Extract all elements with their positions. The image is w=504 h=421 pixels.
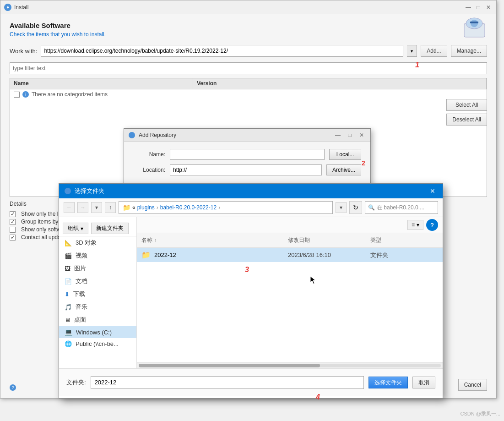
- sidebar-item-network[interactable]: 🌐 Public (\\cn-be...: [59, 338, 136, 350]
- watermark: CSDN @乘凤一...: [460, 410, 500, 417]
- sidebar-item-music[interactable]: 🎵 音乐: [59, 301, 136, 313]
- dropdown-arrow[interactable]: ▾: [407, 45, 417, 57]
- new-folder-button[interactable]: 新建文件夹: [91, 223, 129, 234]
- folder-name-input[interactable]: [91, 376, 364, 389]
- music-label: 音乐: [76, 303, 87, 311]
- sort-arrow: ↑: [154, 238, 157, 243]
- file-sidebar: 组织 ▾ 新建文件夹 📐 3D 对象 🎬 视频 🖼 图片 📄 文档: [59, 217, 137, 368]
- breadcrumb-folder-icon: 📁: [123, 204, 130, 211]
- filter-row: [10, 62, 487, 74]
- file-chooser-dialog: 选择文件夹 ✕ ← → ▾ ↑ 📁 « plugins › babel-R0.2…: [59, 183, 443, 399]
- col-name-header[interactable]: 名称 ↑: [137, 235, 283, 246]
- images-icon: 🖼: [65, 265, 70, 272]
- add-repo-close[interactable]: ✕: [358, 131, 366, 139]
- file-list-header: 名称 ↑ 修改日期 类型: [137, 233, 443, 248]
- minimize-button[interactable]: —: [464, 3, 472, 11]
- table-row: i There are no categorized items: [10, 89, 487, 99]
- documents-label: 文档: [76, 277, 87, 285]
- file-name-cell: 📁 2022-12: [141, 251, 288, 259]
- file-dialog-title: 选择文件夹: [75, 187, 424, 195]
- archive-button[interactable]: Archive...: [326, 164, 361, 175]
- forward-button[interactable]: →: [77, 202, 88, 213]
- dropdown-path-button[interactable]: ▾: [336, 202, 347, 213]
- search-bar: 🔍 在 babel-R0.20.0....: [365, 201, 438, 214]
- add-repo-maximize[interactable]: □: [346, 131, 354, 139]
- breadcrumb-sep-1: «: [132, 204, 135, 211]
- file-list-row[interactable]: 📁 2022-12 2023/6/28 16:10 文件夹: [137, 248, 443, 262]
- breadcrumb-plugins[interactable]: plugins: [137, 204, 155, 211]
- col-name: Name: [10, 78, 193, 89]
- 3d-icon: 📐: [65, 240, 72, 246]
- manage-button[interactable]: Manage...: [451, 45, 487, 57]
- work-with-label: Work with:: [10, 48, 37, 55]
- col-type-header[interactable]: 类型: [366, 235, 443, 246]
- info-icon: i: [22, 91, 29, 98]
- back-button[interactable]: ←: [64, 202, 75, 213]
- dropdown-nav-button[interactable]: ▾: [91, 202, 102, 213]
- work-with-input[interactable]: [41, 45, 403, 57]
- sidebar-item-downloads[interactable]: ⬇ 下载: [59, 288, 136, 301]
- window-controls: — □ ✕: [464, 3, 493, 11]
- organize-button[interactable]: 组织 ▾: [63, 223, 88, 234]
- location-input[interactable]: [170, 164, 322, 175]
- cancel-button[interactable]: Cancel: [458, 379, 487, 391]
- search-icon: 🔍: [368, 204, 375, 211]
- file-name-text: 2022-12: [154, 252, 176, 258]
- bottom-info: ?: [10, 384, 19, 391]
- file-date-cell: 2023/6/28 16:10: [288, 252, 370, 258]
- scroll-track: [139, 364, 441, 367]
- row-text: There are no categorized items: [32, 91, 108, 98]
- breadcrumb-arrow-2: ›: [218, 204, 220, 211]
- add-repo-minimize[interactable]: —: [334, 131, 342, 139]
- name-input[interactable]: [170, 149, 325, 160]
- add-button[interactable]: Add...: [421, 45, 447, 57]
- deselect-all-button[interactable]: Deselect All: [446, 114, 487, 126]
- file-dialog-icon: [65, 188, 71, 194]
- window-title: Install: [14, 4, 461, 11]
- refresh-button[interactable]: ↻: [349, 201, 362, 214]
- up-button[interactable]: ↑: [105, 202, 116, 213]
- video-icon: 🎬: [65, 252, 72, 259]
- search-placeholder: 在 babel-R0.20.0....: [377, 204, 424, 212]
- breadcrumb-current[interactable]: babel-R0.20.0-2022-12: [160, 204, 217, 211]
- file-dialog-body: 组织 ▾ 新建文件夹 📐 3D 对象 🎬 视频 🖼 图片 📄 文档: [59, 217, 443, 368]
- file-main-area: ≡ ▾ ? 名称 ↑ 修改日期 类型 📁 2022-12: [137, 217, 443, 368]
- sidebar-item-video[interactable]: 🎬 视频: [59, 249, 136, 262]
- dialog-cancel-button[interactable]: 取消: [412, 377, 435, 388]
- organize-arrow: ▾: [81, 225, 83, 232]
- col-name-text: 名称: [141, 236, 152, 244]
- sidebar-item-desktop[interactable]: 🖥 桌面: [59, 313, 136, 326]
- sidebar-item-3d[interactable]: 📐 3D 对象: [59, 236, 136, 249]
- file-list-content: 📁 2022-12 2023/6/28 16:10 文件夹: [137, 248, 443, 362]
- option-2-checkbox[interactable]: ✓: [10, 219, 16, 225]
- option-1-checkbox[interactable]: ✓: [10, 211, 16, 217]
- view-button[interactable]: ≡ ▾: [407, 220, 423, 230]
- eclipse-icon: ●: [4, 4, 11, 11]
- row-checkbox[interactable]: [14, 92, 20, 98]
- folder-label: 文件夹:: [66, 378, 86, 387]
- page-subtitle: Check the items that you wish to install…: [10, 31, 487, 38]
- horizontal-scrollbar[interactable]: [137, 362, 443, 368]
- add-repo-title: Add Repository: [139, 132, 330, 138]
- work-with-row: Work with: ▾ Add... Manage...: [10, 45, 487, 57]
- sidebar-item-images[interactable]: 🖼 图片: [59, 262, 136, 275]
- select-folder-button[interactable]: 选择文件夹: [369, 377, 408, 388]
- local-button[interactable]: Local...: [329, 149, 361, 160]
- documents-icon: 📄: [65, 278, 72, 285]
- close-button[interactable]: ✕: [484, 3, 493, 11]
- select-all-button[interactable]: Select All: [446, 99, 487, 111]
- file-dialog-footer: 文件夹: 选择文件夹 取消: [59, 368, 443, 396]
- organize-label: 组织: [68, 224, 79, 232]
- sidebar-item-documents[interactable]: 📄 文档: [59, 275, 136, 288]
- sidebar-item-windows-c[interactable]: 💻 Windows (C:): [59, 326, 136, 338]
- option-4-checkbox[interactable]: ✓: [10, 235, 16, 241]
- page-title: Available Software: [10, 22, 487, 29]
- maximize-button[interactable]: □: [474, 3, 482, 11]
- help-button[interactable]: ?: [426, 219, 438, 231]
- file-dialog-close-button[interactable]: ✕: [428, 186, 437, 196]
- col-date-header[interactable]: 修改日期: [283, 235, 366, 246]
- option-3-checkbox[interactable]: [10, 227, 16, 233]
- name-row: Name: Local...: [133, 149, 361, 160]
- video-label: 视频: [76, 252, 87, 260]
- filter-input[interactable]: [10, 62, 487, 74]
